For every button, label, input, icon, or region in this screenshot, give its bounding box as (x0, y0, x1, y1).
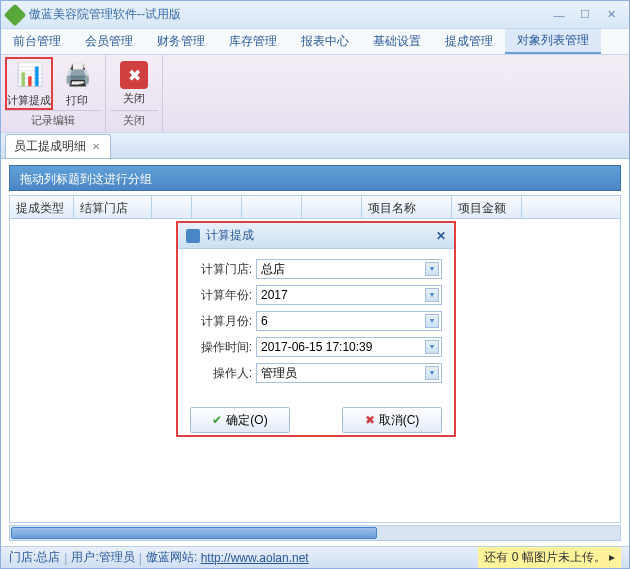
field-time-input[interactable]: 2017-06-15 17:10:39▾ (256, 337, 442, 357)
menu-item-7[interactable]: 对象列表管理 (505, 29, 601, 54)
field-store-value: 总店 (261, 261, 285, 278)
field-month-input[interactable]: 6▾ (256, 311, 442, 331)
ribbon-group-label: 记录编辑 (5, 110, 101, 130)
field-year-value: 2017 (261, 288, 288, 302)
ok-button[interactable]: ✔ 确定(O) (190, 407, 290, 433)
grid-col-2[interactable] (152, 196, 192, 218)
status-user-value: 管理员 (99, 549, 135, 566)
field-year-input[interactable]: 2017▾ (256, 285, 442, 305)
grid-col-1[interactable]: 结算门店 (74, 196, 152, 218)
cancel-button[interactable]: ✖ 取消(C) (342, 407, 442, 433)
calc-commission-button[interactable]: 📊计算提成 (5, 57, 53, 110)
field-operator-value: 管理员 (261, 365, 297, 382)
menu-item-6[interactable]: 提成管理 (433, 29, 505, 54)
doc-tab[interactable]: 员工提成明细 ✕ (5, 134, 111, 158)
titlebar: 傲蓝美容院管理软件--试用版 — ☐ ✕ (1, 1, 629, 29)
field-month-label: 计算月份: (190, 313, 252, 330)
app-icon (4, 3, 27, 26)
doc-tab-label: 员工提成明细 (14, 138, 86, 155)
minimize-button[interactable]: — (547, 7, 571, 23)
close-button-icon: ✖ (120, 61, 148, 89)
menu-item-1[interactable]: 会员管理 (73, 29, 145, 54)
calc-commission-button-label: 计算提成 (7, 93, 51, 108)
close-button-label: 关闭 (123, 91, 145, 106)
status-store-value: 总店 (36, 549, 60, 566)
status-right-text: 还有 0 幅图片未上传。 (484, 550, 605, 564)
menu-item-4[interactable]: 报表中心 (289, 29, 361, 54)
right-arrow-icon[interactable]: ▸ (609, 550, 615, 564)
field-operator-label: 操作人: (190, 365, 252, 382)
ribbon: 📊计算提成🖨️打印记录编辑✖关闭关闭 (1, 55, 629, 133)
ribbon-group-label: 关闭 (110, 110, 158, 130)
menu-item-5[interactable]: 基础设置 (361, 29, 433, 54)
chevron-down-icon[interactable]: ▾ (425, 314, 439, 328)
close-button[interactable]: ✖关闭 (110, 57, 158, 110)
chevron-down-icon[interactable]: ▾ (425, 366, 439, 380)
field-store-label: 计算门店: (190, 261, 252, 278)
status-store-label: 门店: (9, 549, 36, 566)
chevron-down-icon[interactable]: ▾ (425, 340, 439, 354)
maximize-button[interactable]: ☐ (573, 7, 597, 23)
dialog-title: 计算提成 (206, 227, 436, 244)
field-operator-input[interactable]: 管理员▾ (256, 363, 442, 383)
field-time-label: 操作时间: (190, 339, 252, 356)
calc-commission-button-icon: 📊 (13, 59, 45, 91)
grid-header: 提成类型结算门店项目名称项目金额 (9, 195, 621, 219)
status-link-label: 傲蓝网站: (146, 549, 197, 566)
field-month-value: 6 (261, 314, 268, 328)
statusbar: 门店: 总店 | 用户: 管理员 | 傲蓝网站: http://www.aola… (1, 546, 629, 568)
calc-commission-dialog: 计算提成 ✕ 计算门店:总店▾计算年份:2017▾计算月份:6▾操作时间:201… (176, 221, 456, 437)
group-hint-bar: 拖动列标题到这进行分组 (9, 165, 621, 191)
grid-col-3[interactable] (192, 196, 242, 218)
status-user-label: 用户: (71, 549, 98, 566)
chevron-down-icon[interactable]: ▾ (425, 262, 439, 276)
scrollbar-thumb[interactable] (11, 527, 377, 539)
x-icon: ✖ (365, 413, 375, 427)
chevron-down-icon[interactable]: ▾ (425, 288, 439, 302)
menu-item-0[interactable]: 前台管理 (1, 29, 73, 54)
grid-col-7[interactable]: 项目金额 (452, 196, 522, 218)
window-close-button[interactable]: ✕ (599, 7, 623, 23)
grid-col-6[interactable]: 项目名称 (362, 196, 452, 218)
print-button[interactable]: 🖨️打印 (53, 57, 101, 110)
check-icon: ✔ (212, 413, 222, 427)
dialog-titlebar: 计算提成 ✕ (178, 223, 454, 249)
menu-item-3[interactable]: 库存管理 (217, 29, 289, 54)
menubar: 前台管理会员管理财务管理库存管理报表中心基础设置提成管理对象列表管理 (1, 29, 629, 55)
field-time-value: 2017-06-15 17:10:39 (261, 340, 372, 354)
grid-col-4[interactable] (242, 196, 302, 218)
window-title: 傲蓝美容院管理软件--试用版 (29, 6, 547, 23)
doc-tab-close-icon[interactable]: ✕ (92, 141, 100, 152)
cancel-label: 取消(C) (379, 412, 420, 429)
tab-strip: 员工提成明细 ✕ (1, 133, 629, 159)
dialog-close-button[interactable]: ✕ (436, 229, 446, 243)
ok-label: 确定(O) (226, 412, 267, 429)
field-year-label: 计算年份: (190, 287, 252, 304)
print-button-icon: 🖨️ (61, 59, 93, 91)
grid-col-5[interactable] (302, 196, 362, 218)
status-link[interactable]: http://www.aolan.net (201, 551, 309, 565)
dialog-icon (186, 229, 200, 243)
print-button-label: 打印 (66, 93, 88, 108)
horizontal-scrollbar[interactable] (9, 525, 621, 541)
grid-col-0[interactable]: 提成类型 (10, 196, 74, 218)
menu-item-2[interactable]: 财务管理 (145, 29, 217, 54)
field-store-input[interactable]: 总店▾ (256, 259, 442, 279)
